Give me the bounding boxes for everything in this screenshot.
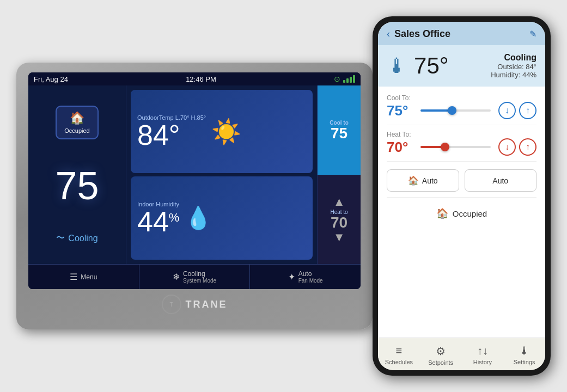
heat-slider[interactable] bbox=[420, 146, 491, 148]
occupied-label: Occupied bbox=[64, 127, 89, 134]
cool-slider-thumb[interactable] bbox=[448, 106, 456, 115]
heat-value: 70 bbox=[331, 215, 347, 230]
edit-icon[interactable]: ✎ bbox=[529, 29, 536, 39]
divider3 bbox=[387, 197, 536, 198]
divider1 bbox=[387, 125, 536, 125]
app-humidity: Humidity: 44% bbox=[491, 71, 536, 79]
heat-setpoint-button[interactable]: ▲ Heat to 70 ▼ bbox=[318, 175, 361, 264]
cool-to-row: 75° ↓ ↑ bbox=[387, 102, 536, 119]
humidity-box: Indoor Humidity 44% 💧 bbox=[131, 176, 313, 260]
heat-ctrl-btns: ↓ ↑ bbox=[498, 138, 536, 156]
scene: Fri, Aug 24 12:46 PM ⊙ 🏠 bbox=[0, 0, 567, 392]
cool-decrease-button[interactable]: ↓ bbox=[498, 102, 516, 119]
sun-icon: ☀️ bbox=[211, 118, 241, 146]
thermometer-icon: 🌡 bbox=[387, 54, 407, 78]
occupied-icon: 🏠 bbox=[436, 207, 448, 219]
home-icon: 🏠 bbox=[70, 111, 84, 125]
main-screen: 🏠 Occupied 75 〜 Cooling OutdoorTemp bbox=[28, 85, 361, 289]
cooling-mode-button[interactable]: ❄ Cooling System Mode bbox=[139, 265, 251, 289]
bar1 bbox=[343, 80, 345, 83]
heat-increase-button[interactable]: ↑ bbox=[519, 138, 536, 156]
app-header: ‹ Sales Office ✎ bbox=[378, 22, 545, 45]
app-title: Sales Office bbox=[394, 28, 525, 40]
cool-slider[interactable] bbox=[420, 109, 491, 112]
phone-screen: ‹ Sales Office ✎ 🌡 75° Cooling Outside: … bbox=[378, 22, 545, 370]
trane-logo-circle: T bbox=[162, 295, 181, 314]
status-date: Fri, Aug 24 bbox=[34, 75, 68, 83]
outdoor-info: OutdoorTemp L.70° H.85° 84° bbox=[137, 114, 206, 149]
cool-to-temp: 75° bbox=[387, 102, 413, 119]
bottom-bar: ☰ Menu ❄ Cooling System Mode ✦ Auto bbox=[28, 264, 361, 289]
menu-icon: ☰ bbox=[70, 272, 77, 282]
status-time: 12:46 PM bbox=[186, 75, 216, 83]
occupied-button[interactable]: 🏠 Occupied bbox=[56, 106, 98, 139]
app-mode: Cooling bbox=[491, 53, 536, 63]
cool-setpoint-button[interactable]: Cool to 75 bbox=[318, 85, 361, 175]
menu-label: Menu bbox=[81, 273, 97, 281]
bar2 bbox=[346, 78, 349, 83]
app-occupied-label: Occupied bbox=[453, 209, 487, 218]
outdoor-temp: 84° bbox=[137, 121, 206, 149]
nav-settings[interactable]: 🌡 Settings bbox=[503, 342, 545, 368]
cool-to-label: Cool To: bbox=[387, 94, 536, 102]
menu-button[interactable]: ☰ Menu bbox=[28, 265, 139, 289]
nav-schedules[interactable]: ≡ Schedules bbox=[378, 342, 420, 368]
app-outside: Outside: 84° bbox=[491, 63, 536, 71]
thermostat-device: Fri, Aug 24 12:46 PM ⊙ 🏠 bbox=[16, 63, 373, 329]
heat-to-label: Heat To: bbox=[387, 131, 536, 138]
fan-auto-label: Auto bbox=[298, 270, 323, 278]
fan-mode-labels: Auto Fan Mode bbox=[298, 270, 323, 284]
mode-label: Cooling bbox=[68, 234, 97, 243]
schedules-label: Schedules bbox=[385, 359, 413, 365]
back-button[interactable]: ‹ bbox=[387, 28, 390, 40]
setpoints-icon: ⚙ bbox=[436, 345, 446, 358]
humidity-info: Indoor Humidity 44% bbox=[137, 201, 179, 236]
nav-setpoints[interactable]: ⚙ Setpoints bbox=[420, 342, 462, 368]
history-icon: ↑↓ bbox=[477, 345, 488, 357]
trane-wordmark: TRANE bbox=[186, 299, 228, 310]
cool-increase-button[interactable]: ↑ bbox=[519, 102, 536, 119]
status-card: 🌡 75° Cooling Outside: 84° Humidity: 44% bbox=[378, 45, 545, 87]
fan-auto-button[interactable]: Auto bbox=[465, 169, 536, 192]
cooling-mode-labels: Cooling System Mode bbox=[183, 270, 216, 284]
humidity-value: 44% bbox=[137, 207, 179, 236]
signal-bars bbox=[343, 75, 355, 83]
center-panel: OutdoorTemp L.70° H.85° 84° ☀️ Indoor Hu… bbox=[126, 85, 317, 264]
heat-to-temp: 70° bbox=[387, 139, 413, 156]
water-drops-icon: 💧 bbox=[185, 205, 212, 231]
phone-device: ‹ Sales Office ✎ 🌡 75° Cooling Outside: … bbox=[373, 16, 551, 376]
settings-icon: 🌡 bbox=[519, 345, 530, 357]
cool-value: 75 bbox=[331, 126, 347, 141]
fan-auto-right-label: Auto bbox=[492, 176, 508, 185]
system-mode-button[interactable]: 🏠 Auto bbox=[387, 169, 459, 192]
cool-to-section: Cool To: 75° ↓ ↑ bbox=[387, 94, 536, 119]
heat-slider-thumb[interactable] bbox=[441, 143, 449, 151]
thermostat-screen: Fri, Aug 24 12:46 PM ⊙ 🏠 bbox=[28, 72, 361, 289]
home-mode-icon: 🏠 bbox=[408, 175, 419, 186]
nav-history[interactable]: ↑↓ History bbox=[462, 342, 504, 368]
outdoor-box: OutdoorTemp L.70° H.85° 84° ☀️ bbox=[131, 90, 313, 173]
fan-mode-label: Fan Mode bbox=[298, 278, 323, 284]
settings-label: Settings bbox=[514, 359, 535, 365]
schedules-icon: ≡ bbox=[396, 345, 403, 357]
app-current-temp: 75° bbox=[414, 53, 449, 79]
fan-mode-row: 🏠 Auto Auto bbox=[387, 169, 536, 192]
heat-decrease-button[interactable]: ↓ bbox=[498, 138, 516, 156]
status-details: Cooling Outside: 84° Humidity: 44% bbox=[491, 53, 536, 79]
bar3 bbox=[350, 77, 352, 83]
setpoints-panel: Cool to 75 ▲ Heat to 70 ▼ bbox=[317, 85, 361, 264]
status-bar: Fri, Aug 24 12:46 PM ⊙ bbox=[28, 72, 361, 85]
bottom-nav: ≡ Schedules ⚙ Setpoints ↑↓ History 🌡 Set… bbox=[378, 338, 545, 370]
fan-mode-button[interactable]: ✦ Auto Fan Mode bbox=[250, 265, 361, 289]
history-label: History bbox=[473, 359, 492, 365]
fan-icon: ✦ bbox=[288, 272, 295, 282]
chevron-up-icon: ▲ bbox=[333, 195, 345, 209]
heat-to-row: 70° ↓ ↑ bbox=[387, 138, 536, 156]
chevron-down-icon: ▼ bbox=[333, 230, 345, 244]
status-icons: ⊙ bbox=[334, 75, 355, 83]
divider2 bbox=[387, 161, 536, 162]
cool-ctrl-btns: ↓ ↑ bbox=[498, 102, 536, 119]
cooling-icon-bottom: ❄ bbox=[173, 272, 180, 282]
current-temp-display: 75 bbox=[55, 166, 99, 205]
wifi-icon: ⊙ bbox=[334, 75, 340, 83]
